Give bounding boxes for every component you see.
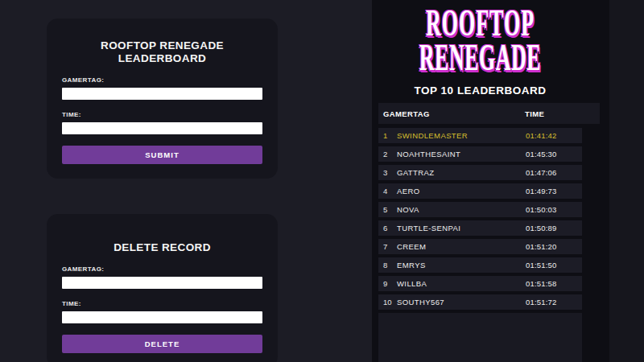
leaderboard-row: 9 WILLBA 01:51:58: [378, 276, 582, 291]
rank-cell: 9: [378, 279, 397, 288]
time-cell: 01:51:20: [526, 242, 582, 251]
rank-cell: 2: [378, 150, 397, 158]
submit-button[interactable]: SUBMIT: [62, 146, 262, 164]
submit-card-title: ROOFTOP RENEGADE LEADERBOARD: [72, 39, 253, 65]
leaderboard-table-header: GAMERTAG TIME: [378, 103, 600, 124]
right-margin-strip: [609, 0, 644, 362]
gamertag-cell: CREEM: [397, 242, 526, 251]
leaderboard-table-body: 1 SWINDLEMASTER 01:41:42 2 NOAHTHESAINT …: [378, 128, 582, 310]
rank-cell: 1: [378, 131, 397, 140]
logo-line-2: RENEGADE: [378, 26, 582, 93]
leaderboard-row: 3 GATTRAZ 01:47:06: [378, 165, 582, 180]
delete-time-label: TIME:: [62, 300, 262, 307]
gamertag-cell: TURTLE-SENPAI: [397, 224, 526, 232]
submit-gamertag-input[interactable]: [62, 88, 262, 100]
rank-cell: 6: [378, 224, 397, 232]
delete-button[interactable]: DELETE: [62, 335, 262, 353]
time-cell: 01:41:42: [526, 131, 582, 140]
rank-cell: 8: [378, 261, 397, 269]
submit-time-label: TIME:: [62, 111, 262, 118]
gamertag-cell: AERO: [397, 187, 526, 195]
delete-gamertag-label: GAMERTAG:: [62, 265, 262, 273]
leaderboard-row: 5 NOVA 01:50:03: [378, 202, 582, 217]
time-column-header: TIME: [525, 109, 600, 118]
rank-cell: 4: [378, 187, 397, 195]
leaderboard-row: 4 AERO 01:49:73: [378, 183, 582, 199]
submit-gamertag-label: GAMERTAG:: [62, 76, 262, 84]
leaderboard-row: 8 EMRYS 01:51:50: [378, 257, 582, 273]
app-root: ROOFTOP RENEGADE LEADERBOARD GAMERTAG: T…: [0, 0, 644, 362]
leaderboard-row: 7 CREEM 01:51:20: [378, 239, 582, 254]
time-cell: 01:50:03: [526, 205, 582, 214]
submit-time-input[interactable]: [62, 122, 262, 134]
time-cell: 01:45:30: [526, 150, 582, 158]
leaderboard-row: 10 SOUTHY567 01:51:72: [378, 294, 582, 310]
gamertag-cell: WILLBA: [397, 279, 526, 288]
leaderboard-panel: ROOFTOP RENEGADE TOP 10 LEADERBOARD GAME…: [372, 0, 609, 362]
time-cell: 01:50:89: [526, 224, 582, 232]
delete-card-title: DELETE RECORD: [72, 241, 253, 254]
time-cell: 01:47:06: [526, 168, 582, 177]
forms-column: ROOFTOP RENEGADE LEADERBOARD GAMERTAG: T…: [47, 19, 278, 362]
rank-cell: 3: [378, 168, 397, 177]
time-cell: 01:51:58: [526, 279, 582, 288]
leaderboard-row: 1 SWINDLEMASTER 01:41:42: [378, 128, 582, 143]
gamertag-cell: EMRYS: [397, 261, 526, 269]
leaderboard-row: 2 NOAHTHESAINT 01:45:30: [378, 146, 582, 162]
rank-cell: 10: [378, 298, 397, 306]
delete-time-input[interactable]: [62, 311, 262, 323]
gamertag-cell: SOUTHY567: [397, 298, 526, 306]
gamertag-cell: SWINDLEMASTER: [397, 131, 526, 140]
submit-form-card: ROOFTOP RENEGADE LEADERBOARD GAMERTAG: T…: [47, 19, 278, 179]
table-footer-spacer: [378, 313, 582, 362]
gamertag-cell: NOAHTHESAINT: [397, 150, 526, 158]
rank-cell: 7: [378, 242, 397, 251]
gamertag-cell: NOVA: [397, 205, 526, 214]
rooftop-renegade-logo: ROOFTOP RENEGADE: [378, 0, 582, 77]
time-cell: 01:51:72: [526, 298, 582, 306]
delete-form-card: DELETE RECORD GAMERTAG: TIME: DELETE: [47, 214, 278, 362]
time-cell: 01:51:50: [526, 261, 582, 269]
leaderboard-row: 6 TURTLE-SENPAI 01:50:89: [378, 220, 582, 236]
time-cell: 01:49:73: [526, 187, 582, 195]
gamertag-cell: GATTRAZ: [397, 168, 526, 177]
gamertag-column-header: GAMERTAG: [378, 109, 525, 118]
delete-gamertag-input[interactable]: [62, 277, 262, 289]
rank-cell: 5: [378, 205, 397, 214]
